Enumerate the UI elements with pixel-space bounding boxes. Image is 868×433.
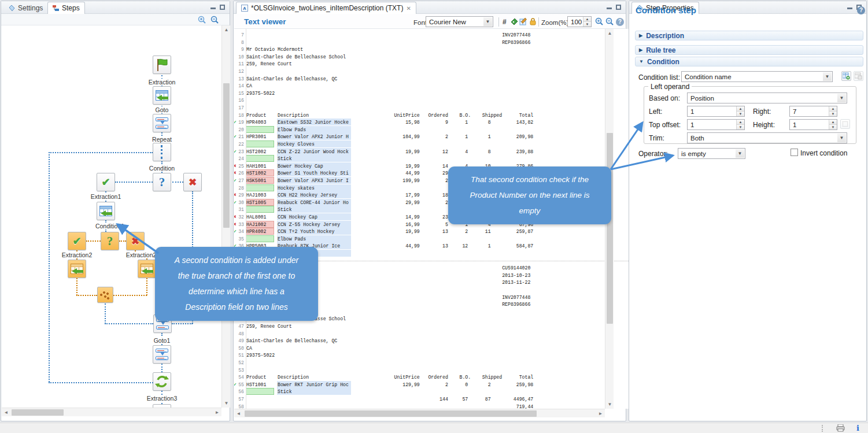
connector [161, 364, 162, 372]
minimize-icon[interactable] [847, 5, 852, 10]
right-input[interactable]: 7▲▼ [789, 106, 837, 117]
condition-false-mark-icon: ✖ [234, 163, 237, 170]
line-number: 17 [234, 105, 244, 112]
line-numbers-toggle-icon[interactable]: # [503, 18, 507, 26]
condition1-false-icon[interactable]: ✖ [126, 232, 145, 250]
line-text: HPR4002 CCN T+2 Youth Hockey 19,99 13 2 … [246, 228, 533, 235]
help-icon[interactable]: ? [616, 18, 624, 26]
tab-settings[interactable]: Settings [3, 2, 48, 14]
condition-false-icon[interactable]: ✖ [183, 173, 202, 191]
text-horizontal-scrollbar[interactable]: ◄ ► [234, 409, 605, 417]
help-icon[interactable]: ? [857, 6, 865, 14]
line-text: HST1001 Bower RKT Junior Grip Hoc 129,99… [246, 382, 533, 388]
start-flag-icon[interactable] [153, 55, 171, 74]
delete-condition-button[interactable] [854, 71, 863, 81]
merge-node-icon[interactable] [97, 287, 113, 303]
extraction1-step-icon[interactable] [97, 202, 115, 220]
printer-icon[interactable] [836, 424, 845, 433]
font-select[interactable]: Courier New▼ [426, 16, 493, 27]
zoom-percent-input[interactable]: 100▲▼ [567, 16, 592, 27]
tab-steps[interactable]: Steps [47, 2, 85, 14]
repeat-step-icon[interactable] [153, 143, 171, 161]
step-label[interactable]: Goto1 [153, 337, 172, 344]
zoom-label: Zoom(%) [541, 19, 568, 26]
maximize-icon[interactable] [616, 5, 621, 10]
based-on-select[interactable]: Position▼ [687, 92, 847, 103]
line-number: 22 [234, 141, 244, 148]
condition1-true-icon[interactable]: ✔ [68, 232, 86, 250]
middle-tabbar: A *OLSGInvoice_twoLines_inItemDescriptio… [234, 1, 626, 14]
minimize-icon[interactable] [607, 5, 612, 10]
goto1-step-icon[interactable] [153, 345, 171, 364]
tab-data-sample[interactable]: A *OLSGInvoice_twoLines_inItemDescriptio… [236, 2, 416, 14]
scroll-right-icon[interactable]: ► [213, 408, 221, 417]
scroll-thumb[interactable] [245, 410, 537, 417]
pick-region-button[interactable] [840, 119, 850, 129]
extraction2-step-icon[interactable] [68, 260, 86, 278]
invert-condition-checkbox[interactable] [791, 149, 798, 156]
step-label[interactable]: Extraction2 [61, 251, 94, 258]
step-label[interactable]: Condition [148, 165, 176, 172]
step-label[interactable]: Extraction1 [90, 193, 123, 200]
left-input[interactable]: 1▲▼ [687, 106, 745, 117]
flow-zoom-in-icon[interactable] [198, 16, 206, 26]
step-label[interactable]: Goto [154, 106, 170, 113]
flow-horizontal-scrollbar[interactable]: ◄ ► [2, 408, 221, 416]
extraction22-step-icon[interactable] [138, 260, 156, 278]
zoom-in-icon[interactable] [595, 17, 604, 28]
scroll-left-icon[interactable]: ◄ [2, 408, 10, 417]
top-offset-input[interactable]: 1▲▼ [687, 119, 745, 130]
scroll-thumb[interactable] [12, 409, 64, 416]
line-text: REP8396866 [246, 39, 530, 46]
height-input[interactable]: 1▲▼ [789, 119, 837, 130]
condition-list-select[interactable]: Condition name▼ [681, 71, 833, 82]
operator-select[interactable]: is empty▼ [678, 148, 745, 159]
step-label[interactable]: Repeat [151, 136, 173, 143]
flow-vertical-scrollbar[interactable]: ▲ ▼ [221, 25, 230, 408]
text-line: 16 [234, 97, 605, 105]
connector-orange [76, 278, 77, 295]
scroll-thumb[interactable] [223, 83, 230, 228]
maximize-icon[interactable] [220, 5, 225, 10]
edit-table-icon[interactable] [519, 17, 528, 28]
goto-step-icon[interactable] [153, 114, 171, 132]
scroll-right-icon[interactable]: ► [596, 409, 605, 418]
zoom-out-icon[interactable] [605, 17, 614, 28]
condition-true-mark-icon: ✔ [234, 199, 237, 206]
extraction-step-icon[interactable] [153, 86, 171, 105]
close-icon[interactable]: ✕ [406, 5, 411, 12]
step-label[interactable]: Condition1 [94, 223, 125, 230]
lock-icon[interactable] [529, 17, 537, 28]
connector-orange [146, 278, 147, 295]
trim-select[interactable]: Both▼ [687, 132, 847, 143]
invert-condition-label: Invert condition [800, 149, 847, 157]
condition-true-icon[interactable]: ✔ [97, 173, 115, 191]
line-text: 29375-5022 [246, 352, 275, 359]
scroll-left-icon[interactable]: ◄ [234, 409, 243, 418]
section-rule-tree[interactable]: ▶ Rule tree [635, 45, 863, 55]
minimize-icon[interactable] [210, 5, 216, 10]
scroll-down-icon[interactable]: ▼ [605, 400, 614, 409]
section-condition[interactable]: ▼ Condition [635, 57, 863, 66]
loop-end-icon[interactable] [153, 372, 171, 391]
connector [105, 323, 153, 324]
scroll-up-icon[interactable]: ▲ [222, 25, 231, 34]
step-label[interactable]: Extraction [147, 79, 177, 86]
tag-marker-icon[interactable] [510, 17, 519, 28]
tab-settings-label: Settings [18, 4, 43, 12]
connector [105, 304, 106, 324]
add-condition-button[interactable] [841, 71, 851, 81]
step-label[interactable]: Extraction3 [146, 395, 179, 402]
condition-step-icon[interactable]: ? [153, 173, 171, 191]
scroll-down-icon[interactable]: ▼ [222, 399, 231, 408]
condition1-step-icon[interactable]: ? [101, 232, 119, 250]
flow-zoom-out-icon[interactable] [210, 16, 219, 26]
scroll-thumb[interactable] [607, 133, 613, 324]
info-icon[interactable]: i [856, 424, 859, 432]
text-line: 7 INV2077448 [234, 32, 605, 39]
connector [115, 182, 153, 183]
section-description[interactable]: ▶ Description [635, 31, 863, 40]
workflow-canvas[interactable]: Extraction Goto Repeat Condition ✔ ? ✖ E… [2, 25, 221, 408]
based-on-label: Based on: [649, 94, 680, 102]
scroll-up-icon[interactable]: ▲ [605, 29, 614, 38]
